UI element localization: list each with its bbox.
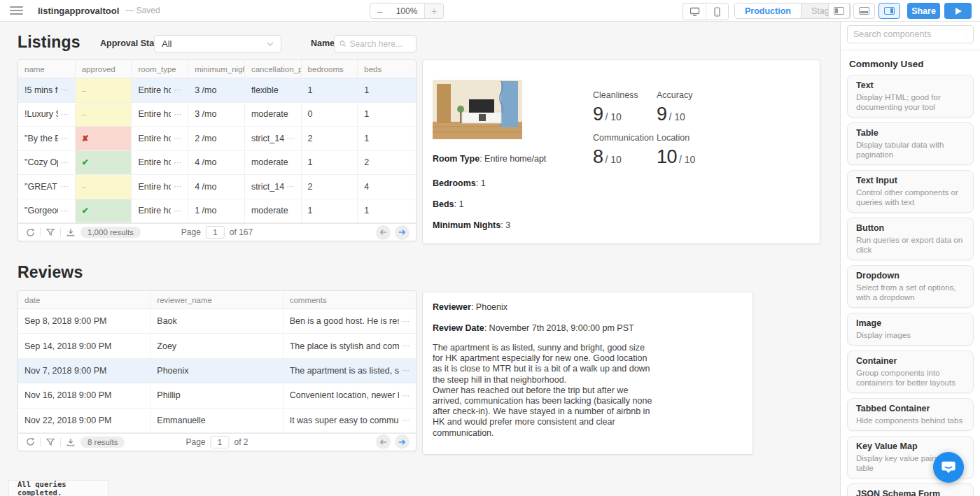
zoom-control: – 100% + (370, 3, 444, 19)
cell-overflow-icon: ⋯ (399, 341, 410, 350)
approved-cell: – (76, 175, 132, 199)
next-page-button[interactable] (395, 225, 410, 240)
mobile-view-button[interactable] (706, 3, 728, 20)
page-number-input[interactable] (206, 226, 225, 239)
pagination: Page of 167 (181, 226, 253, 239)
room-type-field: Room Type: Entire home/apt (433, 154, 546, 164)
column-header-beds[interactable]: beds (358, 60, 416, 78)
listing-detail-panel: Room Type: Entire home/apt Bedrooms: 1 B… (422, 59, 820, 244)
divider (841, 50, 980, 50)
component-card-json-schema-form[interactable]: JSON Schema FormHeavy duty form with val… (847, 483, 974, 496)
toggle-left-panel-button[interactable] (828, 3, 850, 19)
table-row[interactable]: Nov 16, 2018 9:00 PM Phillip Convenient … (18, 383, 416, 408)
cell-overflow-icon: ⋯ (284, 182, 295, 191)
desktop-view-button[interactable] (683, 3, 706, 20)
previous-page-button[interactable] (376, 434, 391, 449)
component-card-tabbed-container[interactable]: Tabbed ContainerHide components behind t… (847, 398, 974, 431)
component-card-text[interactable]: TextDisplay HTML; good for documenting y… (847, 75, 974, 118)
component-card-text-input[interactable]: Text InputControl other components or qu… (847, 170, 974, 213)
share-button[interactable]: Share (907, 3, 940, 19)
download-icon[interactable] (65, 228, 76, 236)
component-card-button[interactable]: ButtonRun queries or export data on clic… (847, 218, 974, 260)
column-header-name[interactable]: name (18, 60, 76, 78)
beds-field: Beds: 1 (433, 199, 463, 209)
column-header-minimum-nights[interactable]: minimum_nights (188, 60, 245, 78)
column-header-date[interactable]: date (18, 291, 150, 309)
rating-cleanliness: Cleanliness 9/ 10 (593, 90, 654, 125)
table-row[interactable]: Sep 8, 2018 9:00 PM Baok Ben is a good h… (18, 309, 416, 334)
table-row[interactable]: "By the Bay⋯ ✘ Entire home⋯ 2 /mo strict… (18, 127, 416, 151)
refresh-icon[interactable] (24, 437, 36, 446)
save-status: — Saved (125, 6, 160, 15)
env-production-button[interactable]: Production (735, 3, 801, 18)
component-list: TextDisplay HTML; good for documenting y… (841, 75, 980, 496)
previous-page-button[interactable] (376, 225, 391, 240)
refresh-icon[interactable] (24, 228, 36, 237)
next-page-button[interactable] (395, 434, 410, 449)
component-search-box (847, 25, 974, 43)
cell-overflow-icon: ⋯ (171, 85, 181, 94)
page-number-input[interactable] (211, 436, 230, 448)
column-header-comments[interactable]: comments (284, 291, 416, 309)
toggle-bottom-panel-button[interactable] (853, 3, 875, 19)
right-panel-icon (884, 7, 895, 15)
results-count-badge: 1,000 results (80, 227, 141, 238)
cell-overflow-icon: ⋯ (58, 206, 69, 215)
results-count-badge: 8 results (80, 437, 125, 448)
column-header-reviewer-name[interactable]: reviewer_name (150, 291, 283, 309)
column-header-approved[interactable]: approved (76, 60, 132, 78)
column-header-bedrooms[interactable]: bedrooms (302, 60, 358, 78)
reviews-table-header: date reviewer_name comments (18, 291, 416, 309)
column-header-cancellation-policy[interactable]: cancellation_poli... (245, 60, 302, 78)
component-card-table[interactable]: TableDisplay tabular data with paginatio… (847, 122, 974, 165)
table-row[interactable]: "Gorgeous a⋯ ✔ Entire home⋯ 1 /mo modera… (18, 199, 416, 224)
component-card-container[interactable]: ContainerGroup components into container… (847, 350, 974, 393)
cell-overflow-icon: ⋯ (58, 110, 69, 119)
table-row[interactable]: !5 mins fron⋯ – Entire home⋯ 3 /mo flexi… (18, 78, 416, 103)
cell-overflow-icon: ⋯ (58, 158, 69, 167)
table-row[interactable]: !Luxury Stu⋯ – Entire home⋯ 3 /mo modera… (18, 103, 416, 127)
table-row[interactable]: Sep 14, 2018 9:00 PM Zoey The place is s… (18, 334, 416, 358)
listings-table-header: name approved room_type minimum_nights c… (18, 60, 416, 78)
table-row[interactable]: Nov 22, 2018 9:00 PM Emmanuelle It was s… (18, 409, 416, 433)
hamburger-menu-icon[interactable] (10, 6, 23, 15)
query-status-bar: All queries completed. (8, 480, 108, 496)
table-row[interactable]: Nov 7, 2018 9:00 PM Phoenix The apartmen… (18, 359, 416, 383)
column-header-room-type[interactable]: room_type (132, 60, 188, 78)
cell-overflow-icon: ⋯ (171, 182, 181, 191)
listings-table: name approved room_type minimum_nights c… (18, 59, 416, 241)
run-button[interactable] (944, 3, 972, 19)
approved-cell: – (76, 103, 132, 127)
component-card-dropdown[interactable]: DropdownSelect from a set of options, wi… (847, 265, 974, 308)
commonly-used-heading: Commonly Used (849, 59, 980, 69)
cell-overflow-icon: ⋯ (171, 110, 181, 119)
reviewer-field: Reviewer: Phoenix (433, 302, 507, 312)
download-icon[interactable] (65, 438, 76, 446)
bedrooms-field: Bedrooms: 1 (433, 178, 486, 188)
table-row[interactable]: "GREAT LOC⋯ – Entire home⋯ 4 /mo strict_… (18, 175, 416, 199)
cell-overflow-icon: ⋯ (58, 134, 69, 143)
component-search-input[interactable] (853, 29, 966, 39)
zoom-in-button[interactable]: + (424, 3, 443, 18)
bottom-panel-icon (859, 7, 869, 15)
table-row[interactable]: "Cozy Open⋯ ✔ Entire home⋯ 4 /mo moderat… (18, 151, 416, 176)
cell-overflow-icon: ⋯ (58, 182, 69, 191)
approval-status-dropdown[interactable]: All (154, 35, 281, 52)
name-search-input[interactable] (349, 39, 411, 49)
zoom-out-button[interactable]: – (370, 3, 389, 18)
rating-accuracy: Accuracy 9/ 10 (657, 90, 718, 125)
cell-overflow-icon: ⋯ (58, 85, 69, 94)
component-card-image[interactable]: ImageDisplay images (847, 313, 974, 346)
listings-title: Listings (18, 33, 80, 52)
toggle-right-panel-button[interactable] (878, 3, 900, 19)
chat-launcher-button[interactable] (933, 452, 964, 483)
top-bar: listingapprovaltool — Saved – 100% + Pro… (0, 0, 980, 22)
filter-icon[interactable] (45, 438, 56, 446)
filter-icon[interactable] (45, 228, 56, 236)
cell-overflow-icon: ⋯ (399, 317, 410, 326)
reviews-table-footer: 8 results Page of 2 (18, 433, 416, 451)
approved-cell: ✘ (76, 127, 132, 150)
rating-communication: Communication 8/ 10 (593, 133, 654, 168)
panel-layout-toggles (828, 3, 900, 19)
chevron-down-icon (267, 42, 274, 46)
